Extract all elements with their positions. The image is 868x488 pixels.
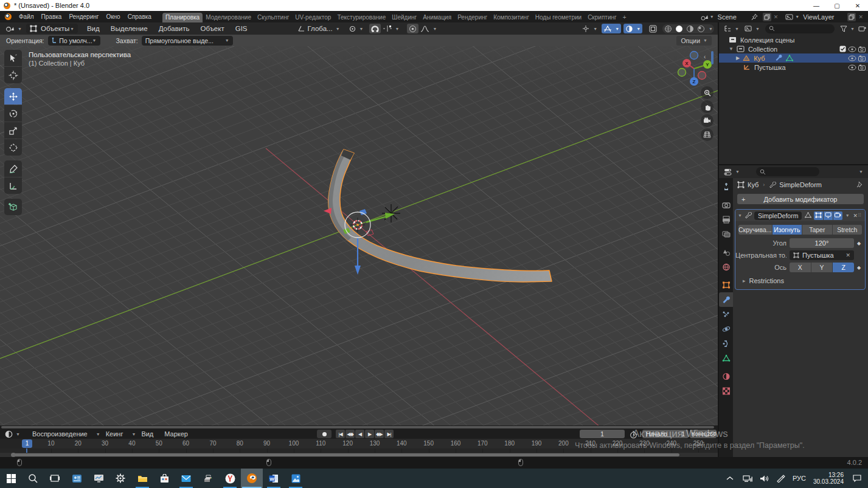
workspace-tab-scripting[interactable]: Скриптинг	[585, 13, 620, 22]
menu-help[interactable]: Справка	[124, 13, 155, 20]
snap-target-button[interactable]: ▼	[347, 24, 366, 33]
blender-menu-icon[interactable]	[5, 13, 12, 20]
current-frame-marker[interactable]: 1	[22, 439, 32, 448]
tool-transform[interactable]	[4, 139, 22, 156]
tray-clock[interactable]: 13:26 30.03.2024	[813, 472, 844, 485]
object-menu[interactable]: Объект	[195, 25, 230, 32]
timeline-top-scrollbar[interactable]	[1, 426, 714, 428]
nav-z-neg[interactable]	[690, 52, 698, 60]
tray-network-icon[interactable]	[743, 475, 752, 483]
modifier-show-render[interactable]	[833, 211, 842, 220]
tray-language[interactable]: РУС	[793, 475, 806, 482]
taskbar-people-icon[interactable]	[66, 469, 88, 488]
timeline-scrollbar-knob[interactable]	[11, 453, 16, 457]
tool-cursor[interactable]	[4, 67, 22, 83]
tl-view-menu[interactable]: Вид	[136, 430, 159, 438]
timeline-scrollbar[interactable]	[13, 453, 679, 456]
mode-twist[interactable]: Скручива...	[738, 225, 773, 235]
maximize-button[interactable]: ▢	[827, 0, 847, 11]
taskbar-settings-icon[interactable]	[109, 469, 131, 488]
mode-selector[interactable]: Объекты ▼	[26, 24, 78, 33]
tab-modifiers[interactable]	[719, 292, 733, 307]
tool-annotate[interactable]	[4, 160, 22, 177]
viewlayer-selector[interactable]: ▼ ViewLayer ✕	[785, 13, 863, 21]
workspace-tab-compositing[interactable]: Композитинг	[490, 13, 532, 22]
collection-camera-icon[interactable]	[858, 46, 866, 52]
unlink-scene-icon[interactable]: ✕	[774, 14, 779, 20]
nav-y-neg[interactable]	[678, 69, 686, 77]
minimize-button[interactable]: —	[806, 0, 827, 11]
tool-select-box[interactable]	[4, 50, 22, 66]
modifier-name-field[interactable]: SimpleDeform	[754, 211, 802, 220]
origin-clear-button[interactable]: ✕	[845, 252, 850, 258]
workspace-tab-geonodes[interactable]: Ноды геометрии	[532, 13, 585, 22]
taskbar-explorer-icon[interactable]	[131, 469, 153, 488]
modifier-editmode-cage-icon[interactable]	[805, 212, 811, 219]
taskbar-mail-icon[interactable]	[175, 469, 197, 488]
tool-scale[interactable]	[4, 122, 22, 139]
axis-z-button[interactable]: Z	[833, 263, 854, 272]
shading-wireframe-icon[interactable]	[664, 25, 673, 33]
camera-view-button[interactable]	[701, 114, 713, 127]
tray-notification-icon[interactable]	[852, 474, 862, 483]
jump-to-start-button[interactable]: |◀	[336, 430, 345, 438]
taskbar-search-button[interactable]	[22, 469, 44, 488]
tab-texture[interactable]	[719, 383, 733, 398]
outliner-filter-button[interactable]: ▼	[838, 24, 856, 33]
shading-material-icon[interactable]	[686, 25, 695, 33]
next-keyframe-button[interactable]: ◆▶	[375, 430, 384, 438]
workspace-tab-rendering[interactable]: Рендеринг	[454, 13, 490, 22]
tool-add-cube[interactable]	[4, 199, 22, 215]
tool-rotate[interactable]	[4, 105, 22, 122]
sidebar-collapse-arrow[interactable]: ‹	[704, 53, 706, 60]
outliner-filter-type[interactable]: ▼	[743, 24, 762, 33]
tab-world[interactable]	[719, 259, 733, 274]
restrictions-section[interactable]: ▸ Restrictions	[735, 277, 865, 284]
tab-data[interactable]	[719, 351, 733, 365]
xray-toggle-button[interactable]: ▼	[623, 24, 642, 33]
workspace-tab-modeling[interactable]: Моделирование	[203, 13, 254, 22]
tab-scene[interactable]	[719, 245, 733, 259]
modifier-delete-button[interactable]: ✕	[853, 213, 858, 219]
cube-camera-icon[interactable]	[858, 55, 866, 61]
shading-solid-icon[interactable]	[675, 25, 684, 33]
select-menu[interactable]: Выделение	[105, 25, 153, 32]
outliner-display-mode[interactable]: ▼	[722, 24, 741, 33]
taskbar-monitor-icon[interactable]	[88, 469, 109, 488]
task-view-button[interactable]	[44, 469, 66, 488]
menu-render[interactable]: Рендеринг	[65, 13, 102, 20]
tab-particles[interactable]	[719, 307, 733, 321]
proportional-edit-button[interactable]	[407, 24, 418, 33]
snap-toggle-button[interactable]	[369, 24, 381, 33]
shading-rendered-icon[interactable]	[696, 25, 706, 33]
modifier-drag-handle[interactable]: ⠿	[858, 213, 862, 218]
tool-measure[interactable]	[4, 177, 22, 194]
remove-viewlayer-icon[interactable]: ✕	[858, 14, 863, 20]
cube-hide-icon[interactable]	[848, 55, 856, 61]
cube-expand-arrow[interactable]: ▶	[736, 55, 740, 61]
origin-object-field[interactable]: Пустышка ✕	[790, 250, 854, 260]
taskbar-photos-icon[interactable]	[285, 469, 307, 488]
empty-hide-icon[interactable]	[848, 64, 856, 70]
mode-taper[interactable]: Taper	[802, 225, 832, 235]
tab-physics[interactable]	[719, 321, 733, 336]
pin-icon[interactable]	[751, 13, 758, 21]
menu-window[interactable]: Окно	[102, 13, 123, 20]
modifier-show-editmode[interactable]	[814, 211, 823, 220]
proportional-size-button[interactable]: ▼	[381, 24, 401, 33]
collection-expand-arrow[interactable]: ▼	[729, 46, 734, 52]
gizmo-z-arrow[interactable]	[355, 266, 361, 275]
jump-to-end-button[interactable]: ▶|	[384, 430, 394, 438]
outliner-search[interactable]	[765, 24, 835, 33]
empty-camera-icon[interactable]	[858, 64, 866, 70]
keying-menu[interactable]: Кеинг	[100, 430, 129, 438]
collection-hide-icon[interactable]	[848, 46, 856, 52]
tray-expand-icon[interactable]	[726, 476, 734, 481]
taskbar-word-icon[interactable]: W	[263, 469, 285, 488]
play-button[interactable]: ▶	[365, 430, 374, 438]
workspace-tab-texture[interactable]: Текстурирование	[334, 13, 389, 22]
sidebar-tab-indicator[interactable]	[711, 51, 713, 64]
taskbar-yandex-icon[interactable]	[219, 469, 241, 488]
outliner-row-empty[interactable]: Пустышка	[719, 63, 868, 72]
window-titlebar[interactable]: * (Unsaved) - Blender 4.0 — ▢ ✕	[0, 0, 868, 11]
